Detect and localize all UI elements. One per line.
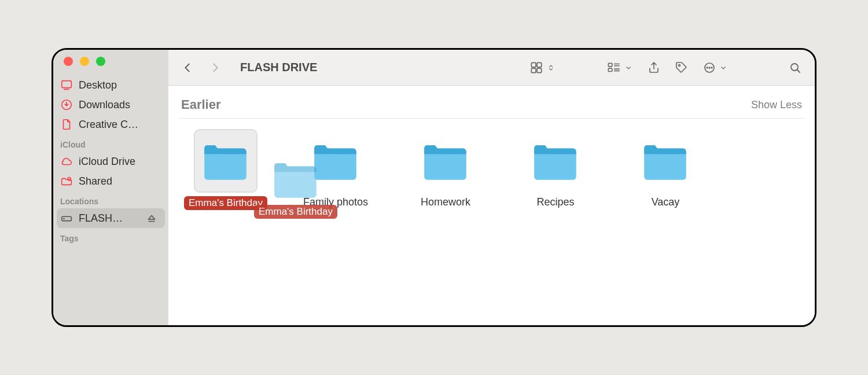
folder-icon (530, 137, 581, 185)
main-area: FLASH DRIVE Earlier Show Les (168, 50, 815, 325)
desktop-icon (60, 79, 73, 91)
folder-label: Recipes (536, 196, 574, 208)
folder-recipes[interactable]: Recipes (516, 129, 595, 210)
sidebar-item-shared[interactable]: Shared (53, 171, 168, 191)
folder-label: Emma's Birthday (184, 196, 267, 210)
close-window-button[interactable] (64, 57, 73, 66)
sidebar-item-label: iCloud Drive (79, 156, 135, 168)
folder-vacay[interactable]: Vacay (626, 129, 705, 210)
sidebar-section-icloud: iCloud (53, 134, 168, 152)
sidebar-section-tags: Tags (53, 228, 168, 245)
sidebar-item-label: Creative C… (79, 119, 138, 131)
finder-window: Desktop Downloads Creative C… iCloud iCl… (52, 48, 816, 327)
folder-family-photos[interactable]: Family photos (296, 129, 376, 210)
folder-label: Homework (421, 196, 470, 208)
sidebar-item-label: Desktop (79, 79, 117, 91)
sidebar-item-creative[interactable]: Creative C… (53, 115, 168, 134)
group-by-button[interactable] (606, 60, 633, 75)
view-mode-button[interactable] (529, 60, 556, 75)
folder-grid: Emma's Birthday Family photos Homework R… (179, 119, 804, 210)
minimize-window-button[interactable] (80, 57, 89, 66)
show-less-button[interactable]: Show Less (751, 99, 802, 111)
folder-icon (640, 137, 691, 185)
folder-emmas-birthday[interactable]: Emma's Birthday (186, 129, 266, 210)
sidebar-item-label: Shared (79, 175, 112, 188)
folder-homework[interactable]: Homework (406, 129, 486, 210)
sidebar-section-locations: Locations (53, 191, 168, 208)
folder-label: Family photos (303, 196, 368, 208)
search-button[interactable] (788, 61, 802, 75)
folder-icon (420, 137, 471, 185)
drive-icon (60, 212, 73, 225)
file-icon (60, 118, 73, 131)
nav-back-button[interactable] (181, 61, 194, 74)
sidebar-item-desktop[interactable]: Desktop (53, 75, 168, 95)
sidebar-item-label: FLASH… (79, 212, 123, 225)
content-area[interactable]: Earlier Show Less Emma's Birthday Family… (168, 86, 815, 325)
section-title: Earlier (181, 97, 221, 112)
nav-forward-button[interactable] (209, 61, 222, 74)
sidebar: Desktop Downloads Creative C… iCloud iCl… (53, 50, 168, 325)
more-actions-button[interactable] (703, 61, 728, 75)
folder-icon (200, 137, 251, 185)
cloud-icon (60, 155, 73, 168)
sidebar-item-icloud-drive[interactable]: iCloud Drive (53, 152, 168, 171)
toolbar: FLASH DRIVE (168, 50, 815, 86)
section-header: Earlier Show Less (179, 97, 804, 119)
downloads-icon (60, 98, 73, 111)
share-button[interactable] (647, 61, 661, 75)
window-controls (53, 57, 168, 75)
tags-button[interactable] (675, 61, 689, 75)
window-title: FLASH DRIVE (240, 61, 317, 74)
sidebar-item-downloads[interactable]: Downloads (53, 95, 168, 115)
sidebar-item-flash-drive[interactable]: FLASH… (57, 208, 165, 228)
folder-icon (310, 137, 361, 185)
fullscreen-window-button[interactable] (96, 57, 105, 66)
folder-label: Vacay (652, 196, 680, 208)
eject-icon[interactable] (145, 212, 158, 225)
shared-folder-icon (60, 175, 73, 188)
sidebar-item-label: Downloads (79, 99, 130, 111)
